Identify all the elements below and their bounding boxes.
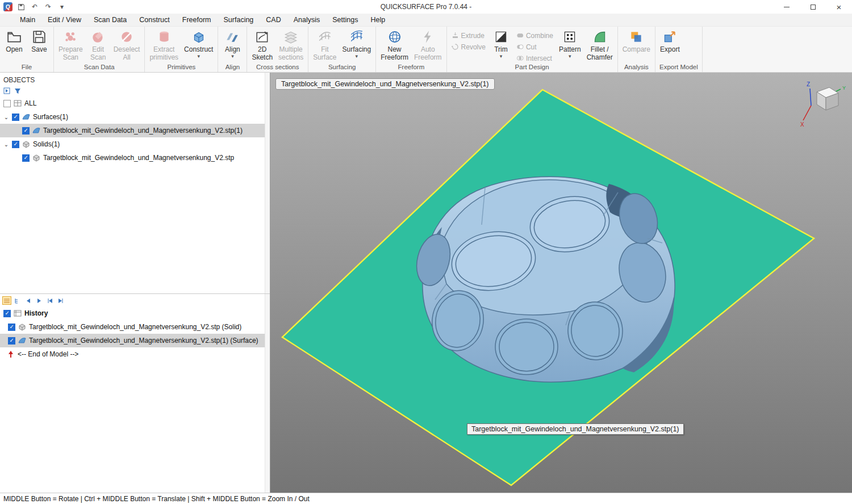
solid-group-icon bbox=[22, 140, 30, 148]
pattern-button[interactable]: Pattern ▾ bbox=[556, 27, 584, 59]
history-item-end-of-model[interactable]: <-- End of Model --> bbox=[0, 347, 270, 361]
surfacing-label: Surfacing bbox=[343, 45, 371, 53]
history-solid-checkbox[interactable] bbox=[8, 324, 15, 331]
history-header-row[interactable]: History bbox=[0, 306, 270, 320]
go-to-end-icon[interactable] bbox=[56, 296, 65, 305]
menu-analysis[interactable]: Analysis bbox=[287, 14, 327, 27]
auto-freeform-button[interactable]: Auto Freeform bbox=[411, 27, 445, 62]
quick-access-caret-icon[interactable]: ▾ bbox=[57, 2, 67, 12]
fillet-chamfer-button[interactable]: Fillet / Chamfer bbox=[584, 27, 616, 62]
fit-surface-button[interactable]: Fit Surface bbox=[310, 27, 339, 62]
model-name-tag[interactable]: Targetblock_mit_Gewindeloch_und_Magnetve… bbox=[275, 78, 495, 90]
viewport-3d[interactable]: Z Y X Targetblock_mit_Gewindeloch_und_Ma… bbox=[270, 73, 852, 493]
pattern-icon bbox=[562, 30, 577, 44]
tree-item-label: Surfaces(1) bbox=[33, 113, 68, 121]
menu-settings[interactable]: Settings bbox=[326, 14, 364, 27]
minimize-button[interactable] bbox=[774, 0, 800, 14]
cut-button[interactable]: Cut bbox=[513, 42, 556, 52]
multiple-sections-label: Multiple sections bbox=[278, 45, 303, 62]
history-surface-checkbox[interactable] bbox=[8, 337, 15, 345]
objects-scrollbar[interactable] bbox=[265, 73, 270, 293]
chevron-down-icon[interactable]: ⌄ bbox=[3, 141, 9, 148]
save-button[interactable]: Save bbox=[27, 27, 52, 54]
fillet-chamfer-icon bbox=[592, 30, 607, 44]
compare-label: Compare bbox=[623, 45, 650, 53]
menu-main[interactable]: Main bbox=[14, 14, 41, 27]
prepare-scan-label: Prepare Scan bbox=[59, 45, 83, 62]
align-button[interactable]: Align ▾ bbox=[220, 27, 245, 59]
surfacing-button[interactable]: Surfacing ▾ bbox=[340, 27, 374, 59]
menu-scan-data[interactable]: Scan Data bbox=[87, 14, 133, 27]
tree-item-label: ALL bbox=[24, 99, 36, 107]
menu-bar: Main Edit / View Scan Data Construct Fre… bbox=[0, 14, 852, 27]
redo-icon[interactable]: ↷ bbox=[43, 2, 53, 12]
revolve-button[interactable]: Revolve bbox=[449, 42, 488, 52]
compare-button[interactable]: Compare bbox=[620, 27, 653, 54]
prepare-scan-icon bbox=[63, 30, 78, 44]
surface-item-visibility-checkbox[interactable] bbox=[22, 127, 30, 135]
all-visibility-checkbox[interactable] bbox=[3, 100, 11, 107]
2d-sketch-button[interactable]: 2D Sketch bbox=[249, 27, 275, 62]
menu-construct[interactable]: Construct bbox=[133, 14, 176, 27]
multiple-sections-button[interactable]: Multiple sections bbox=[275, 27, 306, 62]
construct-label: Construct bbox=[184, 45, 213, 53]
solid-item-visibility-checkbox[interactable] bbox=[22, 154, 30, 162]
open-label: Open bbox=[6, 45, 22, 53]
tree-item-surfaces-group[interactable]: ⌄ Surfaces(1) bbox=[0, 110, 270, 124]
trim-button[interactable]: Trim ▾ bbox=[488, 27, 513, 59]
step-backward-icon[interactable] bbox=[24, 296, 33, 305]
chevron-down-icon[interactable]: ⌄ bbox=[3, 114, 9, 120]
window-title: QUICKSURFACE Pro 7.0.44 - bbox=[0, 3, 852, 11]
ribbon-group-primitives: Extract primitives Construct ▾ Primitive… bbox=[145, 27, 218, 72]
go-to-start-icon[interactable] bbox=[45, 296, 55, 305]
extract-primitives-button[interactable]: Extract primitives bbox=[147, 27, 181, 62]
solid-icon bbox=[32, 154, 40, 162]
new-freeform-button[interactable]: New Freeform bbox=[378, 27, 411, 62]
maximize-button[interactable] bbox=[800, 0, 826, 14]
tree-item-surface-stp[interactable]: Targetblock_mit_Gewindeloch_und_Magnetve… bbox=[0, 124, 270, 137]
undo-icon[interactable]: ↶ bbox=[30, 2, 40, 12]
prepare-scan-button[interactable]: Prepare Scan bbox=[56, 27, 86, 62]
ribbon-group-export-model: Export Export Model bbox=[655, 27, 703, 72]
menu-edit-view[interactable]: Edit / View bbox=[41, 14, 87, 27]
tree-item-all[interactable]: ALL bbox=[0, 96, 270, 110]
history-item-solid[interactable]: Targetblock_mit_Gewindeloch_und_Magnetve… bbox=[0, 320, 270, 334]
combine-button[interactable]: Combine bbox=[513, 31, 556, 40]
intersect-button[interactable]: Intersect bbox=[513, 53, 556, 63]
menu-freeform[interactable]: Freeform bbox=[176, 14, 218, 27]
intersect-label: Intersect bbox=[526, 54, 552, 62]
quick-save-icon[interactable] bbox=[16, 2, 26, 12]
filter-icon[interactable] bbox=[13, 86, 22, 95]
solids-visibility-checkbox[interactable] bbox=[12, 141, 19, 148]
menu-cad[interactable]: CAD bbox=[260, 14, 287, 27]
history-toolbar bbox=[0, 294, 270, 306]
edit-scan-button[interactable]: Edit Scan bbox=[86, 27, 111, 62]
history-scrollbar[interactable] bbox=[265, 294, 270, 493]
tree-item-solid-stp[interactable]: Targetblock_mit_Gewindeloch_und_Magnetve… bbox=[0, 151, 270, 165]
export-icon bbox=[662, 30, 677, 44]
close-button[interactable]: × bbox=[826, 0, 852, 14]
deselect-all-button[interactable]: Deselect All bbox=[111, 27, 143, 62]
surfaces-visibility-checkbox[interactable] bbox=[12, 114, 19, 121]
export-button[interactable]: Export bbox=[657, 27, 683, 54]
surfacing-caret-icon: ▾ bbox=[356, 54, 358, 58]
history-item-surface[interactable]: Targetblock_mit_Gewindeloch_und_Magnetve… bbox=[0, 334, 270, 347]
2d-sketch-icon bbox=[255, 30, 270, 44]
tree-item-label: Solids(1) bbox=[33, 140, 60, 148]
open-button[interactable]: Open bbox=[2, 27, 27, 54]
menu-surfacing[interactable]: Surfacing bbox=[218, 14, 260, 27]
extrude-button[interactable]: Extrude bbox=[449, 31, 488, 40]
window-controls: × bbox=[774, 0, 852, 14]
maximize-icon bbox=[811, 5, 816, 10]
construct-button[interactable]: Construct ▾ bbox=[181, 27, 216, 59]
expand-all-icon[interactable] bbox=[2, 86, 11, 95]
edit-scan-icon bbox=[91, 30, 106, 44]
step-forward-icon[interactable] bbox=[35, 296, 44, 305]
history-tree-view-icon[interactable] bbox=[13, 296, 22, 305]
intersect-icon bbox=[516, 54, 524, 62]
menu-help[interactable]: Help bbox=[364, 14, 391, 27]
tree-item-solids-group[interactable]: ⌄ Solids(1) bbox=[0, 137, 270, 151]
history-list-view-icon[interactable] bbox=[2, 296, 11, 305]
mouse-hint-text: MIDDLE Button = Rotate | Ctrl + MIDDLE B… bbox=[3, 495, 310, 503]
history-visibility-checkbox[interactable] bbox=[3, 310, 11, 317]
